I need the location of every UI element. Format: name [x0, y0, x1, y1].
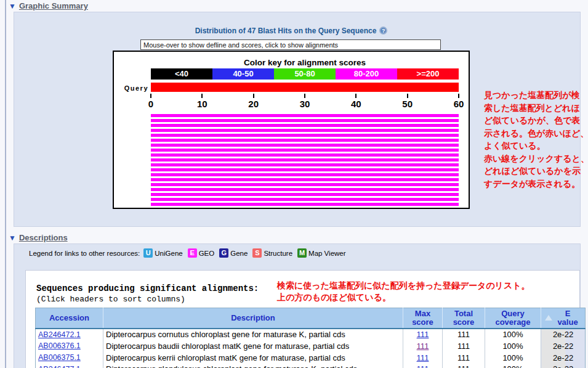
axis-ticks: 0102030405060 — [151, 94, 459, 112]
hit-bar[interactable] — [151, 129, 459, 132]
query-coverage-cell: 100% — [485, 364, 541, 368]
graphic-summary-panel: Distribution of 47 Blast Hits on the Que… — [14, 12, 581, 227]
collapse-triangle-icon[interactable]: ▼ — [9, 2, 16, 10]
sort-ascending-icon[interactable] — [545, 315, 552, 321]
descriptions-title[interactable]: Descriptions — [19, 233, 68, 242]
key-segment-lt40: <40 — [151, 68, 212, 80]
descriptions-panel: Legend for links to other resources: U U… — [14, 243, 581, 368]
table-row: AB246477.1 Dipterocarpus glandulosus chl… — [36, 364, 586, 368]
hit-bar[interactable] — [151, 203, 459, 206]
color-key-bar: <40 40-50 50-80 80-200 >=200 — [151, 68, 459, 80]
table-row: AB246472.1 Dipterocarpus cornutus chloro… — [36, 329, 586, 340]
alignments-box: Sequences producing significant alignmen… — [25, 270, 580, 368]
query-bar — [151, 83, 459, 92]
total-score-cell: 111 — [443, 340, 485, 352]
hit-bar[interactable] — [151, 198, 459, 201]
graphic-summary-title[interactable]: Graphic Summary — [19, 1, 88, 10]
accession-link[interactable]: AB006376.1 — [38, 341, 81, 350]
table-header-row: Accession Description Max score Total sc… — [36, 308, 586, 329]
query-axis-label: Query — [114, 84, 148, 92]
key-segment-50-80: 50-80 — [274, 68, 336, 80]
help-icon[interactable]: ? — [379, 27, 387, 35]
header-total-score[interactable]: Total score — [443, 308, 485, 329]
hit-bar[interactable] — [151, 114, 459, 117]
geo-icon: E — [188, 248, 197, 258]
query-coverage-cell: 100% — [485, 352, 541, 364]
table-row: AB006376.1 Dipterocarpus baudii chloropl… — [36, 340, 586, 352]
blast-results-page: ▼ Graphic Summary Distribution of 47 Bla… — [0, 0, 588, 368]
total-score-cell: 111 — [443, 329, 485, 340]
e-value-cell: 2e-22 — [541, 340, 586, 352]
header-max-score[interactable]: Max score — [403, 308, 443, 329]
unigene-label: UniGene — [155, 250, 182, 257]
structure-icon: S — [252, 248, 262, 258]
hit-bar[interactable] — [151, 168, 459, 171]
unigene-icon: U — [143, 248, 153, 258]
key-segment-40-50: 40-50 — [212, 68, 274, 80]
gene-label: Gene — [230, 250, 248, 257]
chart-title: Distribution of 47 Blast Hits on the Que… — [195, 27, 377, 35]
max-score-link[interactable]: 111 — [417, 364, 429, 368]
total-score-cell: 111 — [443, 364, 485, 368]
description-cell: Dipterocarpus baudii chloroplast matK ge… — [103, 340, 403, 352]
map-viewer-icon: M — [297, 248, 307, 258]
header-description[interactable]: Description — [103, 308, 403, 329]
description-cell: Dipterocarpus glandulosus chloroplast ge… — [103, 364, 403, 368]
hit-bars-group — [151, 114, 459, 208]
hit-bar[interactable] — [151, 188, 459, 191]
graphic-annotation-jp: 見つかった塩基配列が検 索した塩基配列とどれほ ど似ているかが、色で表 示される… — [484, 89, 588, 190]
hit-bar[interactable] — [151, 163, 459, 166]
gene-icon: G — [219, 248, 228, 258]
hit-bar[interactable] — [151, 119, 459, 122]
max-score-link[interactable]: 111 — [417, 330, 429, 339]
max-score-link[interactable]: 111 — [417, 353, 429, 362]
legend-prefix: Legend for links to other resources: — [29, 250, 140, 257]
key-segment-80-200: 80-200 — [336, 68, 397, 80]
color-key-title: Color key for alignment scores — [151, 58, 459, 67]
graphic-summary-section-header[interactable]: ▼ Graphic Summary — [9, 1, 88, 10]
chart-title-row: Distribution of 47 Blast Hits on the Que… — [113, 25, 470, 36]
e-value-cell: 2e-22 — [541, 352, 586, 364]
hit-bar[interactable] — [151, 144, 459, 147]
accession-link[interactable]: AB246477.1 — [38, 365, 81, 368]
max-score-link[interactable]: 111 — [417, 341, 429, 351]
blast-hits-chart: Color key for alignment scores <40 40-50… — [113, 51, 470, 209]
e-value-cell: 2e-22 — [541, 329, 586, 340]
description-cell: Dipterocarpus cornutus chloroplast gene … — [103, 329, 403, 340]
structure-label: Structure — [264, 250, 292, 257]
hit-bar[interactable] — [151, 124, 459, 127]
hit-bar[interactable] — [151, 134, 459, 137]
query-coverage-cell: 100% — [485, 340, 541, 352]
hit-bar[interactable] — [151, 158, 459, 162]
table-annotation-jp: 検索に使った塩基配列に似た配列を持った登録データのリスト。 上の方のものほど似て… — [277, 280, 530, 303]
alignments-heading: Sequences producing significant alignmen… — [36, 284, 259, 293]
alignments-table: Accession Description Max score Total sc… — [35, 308, 586, 368]
defline-display-field[interactable] — [140, 39, 441, 50]
header-query-coverage[interactable]: Query coverage — [485, 308, 541, 329]
resource-legend: Legend for links to other resources: U U… — [29, 248, 346, 258]
header-e-value[interactable]: E value — [541, 308, 586, 329]
hit-bar[interactable] — [151, 173, 459, 176]
alignments-table-wrap: Accession Description Max score Total sc… — [35, 308, 586, 368]
accession-link[interactable]: AB246472.1 — [38, 330, 81, 339]
description-cell: Dipterocarpus kerrii chloroplast matK ge… — [103, 352, 403, 364]
query-coverage-cell: 100% — [485, 329, 541, 340]
alignments-subheading: (Click headers to sort columns) — [36, 295, 185, 304]
geo-label: GEO — [199, 250, 215, 257]
hit-bar[interactable] — [151, 153, 459, 157]
accession-link[interactable]: AB006375.1 — [38, 353, 81, 362]
left-border-rule — [5, 0, 6, 368]
header-accession[interactable]: Accession — [36, 308, 103, 329]
map-viewer-label: Map Viewer — [308, 250, 346, 257]
key-segment-gte200: >=200 — [397, 68, 459, 80]
hit-bar[interactable] — [151, 178, 459, 181]
e-value-label: E value — [554, 309, 581, 327]
descriptions-section-header[interactable]: ▼ Descriptions — [9, 233, 68, 242]
hit-bar[interactable] — [151, 149, 459, 152]
hit-bar[interactable] — [151, 139, 459, 142]
hit-bar[interactable] — [151, 183, 459, 186]
collapse-triangle-icon[interactable]: ▼ — [9, 234, 16, 242]
hit-bar[interactable] — [151, 193, 459, 196]
e-value-cell: 2e-22 — [541, 364, 586, 368]
table-row: AB006375.1 Dipterocarpus kerrii chloropl… — [36, 352, 586, 364]
